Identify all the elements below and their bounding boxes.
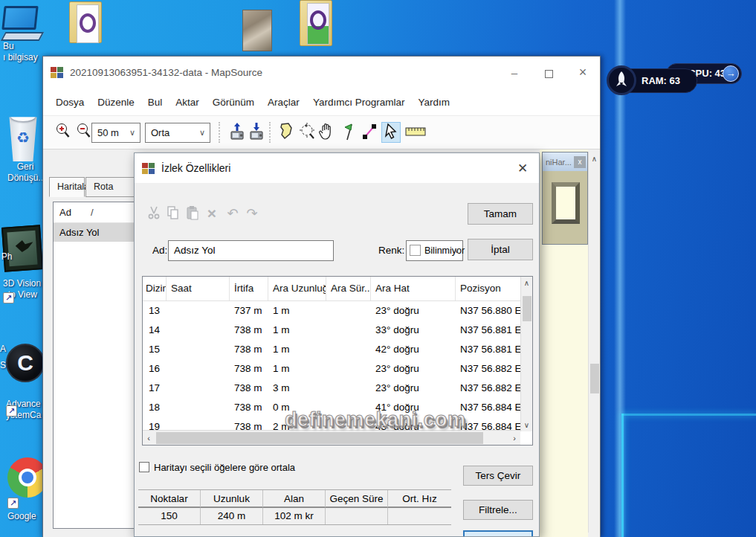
table-vertical-scrollbar[interactable]: ∧ ∨ [520,277,532,431]
redo-icon[interactable]: ↷ [243,205,261,223]
tab-haritalar[interactable]: Haritalar [49,177,85,197]
map-tool-icon[interactable] [277,122,296,143]
expand-arrow-icon[interactable]: → [723,65,739,82]
minimap-title: niHar... [543,158,574,167]
pan-hand-icon[interactable] [317,122,336,143]
map-scale-combobox[interactable]: 50 m∨ [91,123,140,143]
zoom-in-icon[interactable] [54,122,73,143]
icon-label-fragment: A [0,344,6,355]
rocket-icon[interactable] [607,65,636,95]
track-table-cell: 738 m [230,340,268,359]
desktop-folder-icon-1[interactable] [69,1,106,48]
scrollbar-thumb[interactable] [523,296,532,321]
scroll-up-icon[interactable]: ∧ [589,155,600,163]
track-table-cell: 738 m [230,359,268,379]
ok-button[interactable]: Tamam [468,203,533,225]
route-tool-icon[interactable] [360,122,379,143]
measure-ruler-icon[interactable] [405,122,424,143]
track-table-row[interactable]: 16738 m1 m23° doğruN37 56.882 E4 [143,359,520,379]
shortcut-arrow-icon: ↗ [3,292,14,303]
desktop-folder-icon-2[interactable] [300,0,338,49]
desktop-photo-file-icon[interactable] [242,10,272,51]
track-table-cell: 15 [143,340,167,359]
scroll-right-icon[interactable]: › [508,431,520,446]
receive-from-device-icon[interactable] [247,122,266,143]
ram-usage-label: RAM: 63 [642,75,680,86]
menu-yardimci-programlar[interactable]: Yardımcı Programlar [306,94,412,111]
desktop-icon-advanced-systemcare[interactable]: A S C ↗ Advance ystemCa [6,344,46,421]
shortcut-arrow-icon: ↗ [6,405,17,417]
scroll-left-icon[interactable]: ‹ [143,431,155,446]
scrollbar-thumb[interactable] [156,432,483,444]
maximize-button[interactable] [532,57,566,89]
name-input[interactable]: Adsız Yol [168,240,334,261]
menu-gorunum[interactable]: Görünüm [206,94,261,111]
wallpaper-glow-line-vertical [621,414,624,537]
filter-button[interactable]: Filtrele... [463,500,533,520]
waypoint-flag-icon[interactable] [339,122,358,143]
center-map-checkbox[interactable] [139,462,149,472]
name-label: Ad: [152,245,167,256]
undo-icon[interactable]: ↶ [224,205,242,223]
table-horizontal-scrollbar[interactable]: ‹ › [143,430,520,445]
scrollbar-thumb[interactable] [590,364,599,393]
delete-icon[interactable]: × [203,205,221,223]
desktop-icon-photo-viewer[interactable]: ↗ Ph 3D Vision oto View [3,226,46,300]
cancel-button[interactable]: İptal [468,239,533,260]
minimize-button[interactable]: – [497,57,532,89]
track-table-row[interactable]: 13737 m1 m23° doğruN37 56.880 E4 [143,301,520,321]
toolbar-separator [269,122,272,143]
selection-arrow-icon[interactable] [381,122,401,143]
track-table-row[interactable]: 15738 m1 m42° doğruN37 56.881 E4 [143,340,520,359]
keyboard-icon [1,32,44,41]
photo-viewer-icon [1,225,43,271]
toolbar: 50 m∨ Orta∨ [43,116,600,149]
scroll-down-icon[interactable]: ∨ [521,421,532,429]
detail-value: Orta [151,127,169,138]
window-titlebar[interactable]: 20210913063951-34132-data - MapSource – … [43,57,600,89]
minimap-titlebar[interactable]: niHar... x [543,152,587,171]
sort-indicator: / [91,207,94,218]
detail-level-combobox[interactable]: Orta∨ [145,123,210,143]
menu-yardim[interactable]: Yardım [411,94,456,111]
center-map-checkbox-label: Haritayı seçili öğelere göre ortala [154,462,295,473]
tab-rota-nokta[interactable]: Rota Nokta [85,177,138,197]
track-table-cell: 1 m [268,359,326,379]
track-table-cell: 13 [143,301,167,321]
cut-icon[interactable] [145,205,163,223]
minimap-close-icon[interactable]: x [574,156,586,168]
paste-icon[interactable] [184,205,201,223]
track-table-cell: 33° doğru [371,321,456,340]
desktop-icon-recycle-bin[interactable]: ♻ Geri Dönüşü... [7,115,43,184]
send-to-device-icon[interactable] [227,122,247,143]
zoom-select-icon[interactable] [298,122,317,143]
track-table-cell: 42° doğru [371,340,456,359]
track-table-cell: N37 56.882 E4 [456,379,520,398]
dialog-close-icon[interactable]: ✕ [506,161,539,176]
track-table-cell: N37 56.881 E4 [456,321,520,340]
reverse-button[interactable]: Ters Çevir [463,466,533,486]
mapsource-app-icon [51,66,63,79]
close-button[interactable]: × [566,57,600,89]
menu-aktar[interactable]: Aktar [169,94,206,111]
partial-bottom-button[interactable] [463,530,533,537]
track-table-row[interactable]: 14738 m1 m33° doğruN37 56.881 E4 [143,321,520,340]
main-vertical-scrollbar[interactable]: ∧ [588,152,600,533]
track-table-cell: N37 56.880 E4 [456,301,520,321]
menu-araclar[interactable]: Araçlar [261,94,306,111]
menu-bul[interactable]: Bul [141,94,169,111]
desktop-icon-this-pc[interactable]: Bu ı bilgisay [3,6,46,63]
menu-duzenle[interactable]: Düzenle [91,94,141,111]
scroll-up-icon[interactable]: ∧ [521,279,532,287]
chrome-icon [7,457,48,498]
recycle-bin-icon: ♻ [7,115,39,161]
track-table-cell [167,379,230,398]
menu-dosya[interactable]: Dosya [49,94,91,111]
mapsource-app-icon [142,162,155,175]
icon-label-fragment: S [0,360,6,371]
dialog-titlebar[interactable]: İzlek Özellikleri ✕ [135,153,539,183]
table-header-row[interactable]: Dizin Saat İrtifa Ara Uzunluğu Ara Sür..… [143,277,532,301]
copy-icon[interactable] [164,205,182,223]
track-table-row[interactable]: 17738 m3 m23° doğruN37 56.882 E4 [143,379,520,398]
color-combobox[interactable]: Bilinmiyor ∨ [406,240,463,261]
